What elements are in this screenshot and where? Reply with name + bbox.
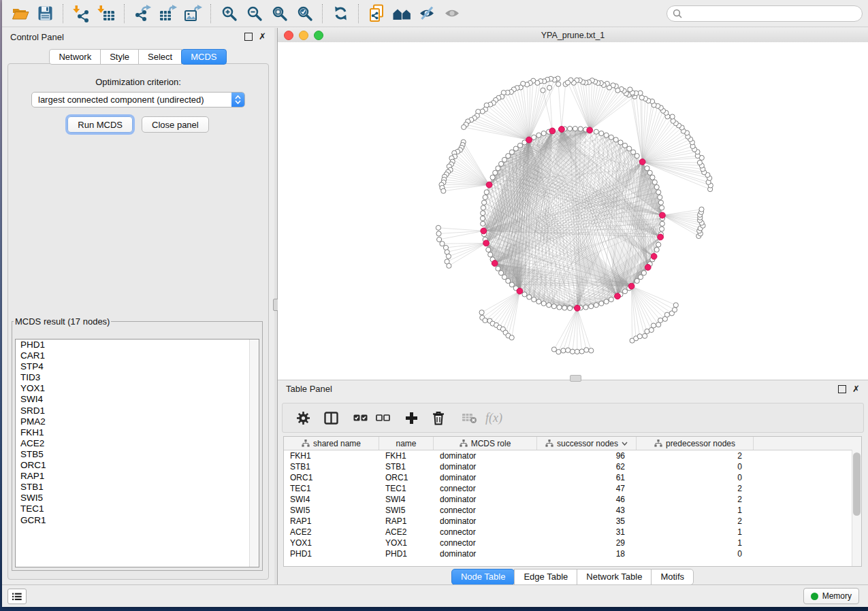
refresh-icon [333, 5, 349, 21]
save-session-button[interactable] [33, 3, 58, 24]
table-cell: RAP1 [379, 516, 434, 526]
float-table-panel-icon[interactable] [838, 385, 846, 393]
delete-table-button[interactable] [457, 407, 481, 429]
task-history-button[interactable] [7, 589, 27, 604]
table-row[interactable]: TEC1TEC1connector472 [284, 483, 861, 494]
mcds-result-item[interactable]: YOX1 [16, 383, 259, 394]
run-mcds-button[interactable]: Run MCDS [67, 116, 133, 133]
table-options-button[interactable] [292, 407, 315, 429]
select-all-button[interactable] [349, 407, 372, 429]
first-neighbors-button[interactable] [389, 3, 415, 24]
hide-selected-button[interactable] [415, 3, 440, 24]
mcds-result-item[interactable]: SRD1 [16, 406, 259, 416]
table-row[interactable]: STB1STB1dominator620 [284, 461, 861, 472]
export-image-button[interactable] [180, 3, 206, 24]
table-row[interactable]: SWI4SWI4dominator462 [284, 494, 861, 505]
mcds-result-item[interactable]: STB1 [16, 482, 259, 493]
plus-icon [405, 412, 418, 425]
memory-button-label: Memory [822, 591, 852, 601]
select-all-icon [353, 413, 368, 423]
tab-motifs[interactable]: Motifs [651, 569, 694, 585]
table-row[interactable]: SWI5SWI5connector431 [284, 505, 861, 516]
table-row[interactable]: ORC1ORC1dominator610 [284, 472, 861, 483]
table-cell: PHD1 [284, 549, 379, 559]
tab-network-table[interactable]: Network Table [577, 569, 652, 585]
table-row[interactable]: YOX1YOX1connector291 [284, 538, 861, 548]
mcds-result-item[interactable]: RAP1 [16, 471, 259, 482]
zoom-selected-icon [297, 5, 313, 22]
table-cell: 43 [537, 506, 637, 515]
table-cell: dominator [434, 462, 537, 472]
network-canvas[interactable] [278, 42, 868, 380]
refresh-button[interactable] [328, 3, 353, 24]
horizontal-splitter-handle[interactable] [570, 375, 581, 382]
mcds-result-item[interactable]: ORC1 [16, 460, 259, 471]
tab-mcds[interactable]: MCDS [181, 49, 226, 65]
search-input[interactable] [686, 8, 856, 19]
close-panel-button[interactable]: Close panel [142, 116, 209, 133]
mcds-result-item[interactable]: PHD1 [16, 340, 259, 350]
zoom-fit-button[interactable] [267, 3, 292, 24]
import-table-button[interactable] [94, 3, 119, 24]
column-header-shared-name[interactable]: shared name [284, 437, 379, 450]
search-box[interactable] [666, 5, 863, 22]
column-header-name[interactable]: name [379, 437, 434, 450]
export-network-button[interactable] [130, 3, 155, 24]
show-eye-icon [444, 5, 461, 21]
table-cell: 1 [637, 538, 754, 548]
mcds-result-item[interactable]: ACE2 [16, 438, 259, 449]
mcds-result-item[interactable]: FKH1 [16, 427, 259, 438]
table-cell: 35 [537, 516, 637, 526]
table-scrollbar[interactable] [852, 450, 861, 566]
show-columns-button[interactable] [320, 407, 342, 429]
mcds-result-item[interactable]: SWI5 [16, 493, 259, 503]
close-panel-icon[interactable]: ✗ [259, 33, 266, 40]
tab-edge-table[interactable]: Edge Table [514, 569, 577, 585]
add-entry-button[interactable] [401, 407, 422, 429]
tab-node-table[interactable]: Node Table [451, 569, 515, 585]
mcds-result-list[interactable]: PHD1CAR1STP4TID3YOX1SWI4SRD1PMA2FKH1ACE2… [15, 339, 259, 567]
function-builder-button[interactable]: f(x) [481, 407, 507, 429]
table-cell: 2 [637, 516, 754, 526]
table-cell: dominator [434, 473, 537, 482]
new-network-from-selection-button[interactable] [364, 3, 389, 24]
mcds-result-item[interactable]: STP4 [16, 361, 259, 372]
column-header-predecessor-nodes[interactable]: predecessor nodes [637, 437, 754, 450]
column-header-label: predecessor nodes [666, 439, 735, 448]
table-row[interactable]: ACE2ACE2connector311 [284, 527, 861, 538]
memory-button[interactable]: Memory [803, 588, 859, 604]
mcds-result-item[interactable]: TID3 [16, 372, 259, 383]
network-window-title: YPA_prune.txt_1 [278, 31, 868, 40]
mcds-result-item[interactable]: GCR1 [16, 515, 259, 526]
show-all-button[interactable] [440, 3, 465, 24]
float-panel-icon[interactable] [244, 33, 253, 41]
mcds-list-scrollbar[interactable] [249, 340, 259, 567]
table-scrollbar-thumb[interactable] [853, 452, 861, 516]
zoom-selected-button[interactable] [292, 3, 317, 24]
mcds-result-item[interactable]: SWI4 [16, 394, 259, 405]
tab-network[interactable]: Network [49, 49, 101, 65]
criterion-select[interactable]: largest connected component (undirected) [31, 92, 245, 108]
close-table-panel-icon[interactable]: ✗ [852, 386, 860, 393]
mcds-result-item[interactable]: STB5 [16, 449, 259, 460]
toolbar-separator [322, 4, 323, 23]
deselect-all-button[interactable] [372, 407, 394, 429]
table-row[interactable]: FKH1FKH1dominator962 [284, 450, 861, 461]
mcds-result-item[interactable]: PMA2 [16, 416, 259, 427]
tab-select[interactable]: Select [138, 49, 182, 65]
table-row[interactable]: PHD1PHD1dominator180 [284, 548, 861, 559]
tab-style[interactable]: Style [100, 49, 139, 65]
node-table[interactable]: shared namenameMCDS rolesuccessor nodesp… [283, 436, 862, 567]
select-spinner-icon [231, 93, 244, 107]
table-row[interactable]: RAP1RAP1dominator352 [284, 516, 861, 527]
import-network-button[interactable] [69, 3, 94, 24]
open-session-button[interactable] [7, 3, 33, 24]
mcds-result-item[interactable]: CAR1 [16, 350, 259, 361]
zoom-in-button[interactable] [216, 3, 242, 24]
zoom-out-button[interactable] [242, 3, 267, 24]
column-header-successor-nodes[interactable]: successor nodes [537, 437, 637, 450]
column-header-MCDS-role[interactable]: MCDS role [434, 437, 537, 450]
export-table-button[interactable] [155, 3, 180, 24]
delete-entry-button[interactable] [428, 407, 449, 429]
mcds-result-item[interactable]: TEC1 [16, 503, 259, 514]
